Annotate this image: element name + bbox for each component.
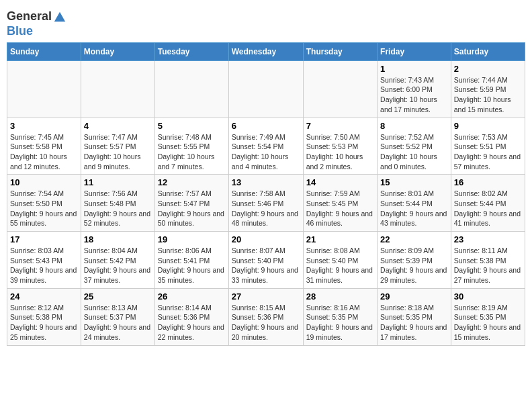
- logo-text-general: General: [7, 9, 52, 23]
- calendar-cell: 16Sunrise: 8:02 AM Sunset: 5:44 PM Dayli…: [451, 175, 525, 232]
- header-day: Thursday: [303, 42, 377, 60]
- day-number: 10: [10, 177, 78, 187]
- day-number: 16: [454, 177, 522, 187]
- header-day: Friday: [378, 42, 451, 60]
- day-info: Sunrise: 7:53 AM Sunset: 5:51 PM Dayligh…: [454, 132, 522, 172]
- day-number: 1: [380, 64, 448, 74]
- day-number: 5: [158, 121, 226, 131]
- day-info: Sunrise: 7:54 AM Sunset: 5:50 PM Dayligh…: [10, 189, 78, 228]
- day-number: 6: [232, 121, 300, 131]
- day-info: Sunrise: 8:11 AM Sunset: 5:38 PM Dayligh…: [454, 246, 522, 285]
- calendar-cell: 1Sunrise: 7:43 AM Sunset: 6:00 PM Daylig…: [378, 60, 451, 118]
- calendar-cell: 22Sunrise: 8:09 AM Sunset: 5:39 PM Dayli…: [378, 232, 451, 289]
- calendar-cell: [154, 60, 228, 118]
- day-number: 3: [10, 121, 78, 131]
- day-info: Sunrise: 8:19 AM Sunset: 5:35 PM Dayligh…: [454, 303, 522, 342]
- header-day: Sunday: [7, 42, 81, 60]
- day-info: Sunrise: 8:16 AM Sunset: 5:35 PM Dayligh…: [306, 303, 374, 342]
- calendar-cell: [228, 60, 303, 118]
- calendar-cell: 26Sunrise: 8:14 AM Sunset: 5:36 PM Dayli…: [154, 288, 228, 345]
- header-day: Wednesday: [228, 42, 303, 60]
- day-number: 28: [306, 291, 374, 302]
- logo-text-blue: Blue: [7, 24, 33, 38]
- logo: General Blue: [7, 9, 66, 38]
- day-number: 4: [84, 121, 152, 131]
- day-number: 7: [306, 121, 374, 131]
- calendar-cell: 3Sunrise: 7:45 AM Sunset: 5:58 PM Daylig…: [7, 118, 81, 175]
- day-info: Sunrise: 8:12 AM Sunset: 5:38 PM Dayligh…: [10, 303, 78, 342]
- day-info: Sunrise: 8:09 AM Sunset: 5:39 PM Dayligh…: [380, 246, 448, 285]
- day-info: Sunrise: 7:52 AM Sunset: 5:52 PM Dayligh…: [380, 132, 448, 172]
- svg-marker-0: [54, 12, 65, 22]
- calendar-table: SundayMondayTuesdayWednesdayThursdayFrid…: [7, 42, 525, 346]
- calendar-cell: 13Sunrise: 7:58 AM Sunset: 5:46 PM Dayli…: [228, 175, 303, 232]
- day-info: Sunrise: 7:48 AM Sunset: 5:55 PM Dayligh…: [158, 132, 226, 172]
- day-info: Sunrise: 8:08 AM Sunset: 5:40 PM Dayligh…: [306, 246, 374, 285]
- calendar-cell: [303, 60, 377, 118]
- header-day: Saturday: [451, 42, 525, 60]
- calendar-cell: 19Sunrise: 8:06 AM Sunset: 5:41 PM Dayli…: [154, 232, 228, 289]
- day-info: Sunrise: 7:44 AM Sunset: 5:59 PM Dayligh…: [454, 75, 522, 115]
- day-number: 14: [306, 177, 374, 187]
- logo-icon: [53, 11, 66, 24]
- calendar-cell: 23Sunrise: 8:11 AM Sunset: 5:38 PM Dayli…: [451, 232, 525, 289]
- day-info: Sunrise: 8:13 AM Sunset: 5:37 PM Dayligh…: [84, 303, 152, 342]
- calendar-cell: 25Sunrise: 8:13 AM Sunset: 5:37 PM Dayli…: [81, 288, 154, 345]
- calendar-cell: 2Sunrise: 7:44 AM Sunset: 5:59 PM Daylig…: [451, 60, 525, 118]
- day-number: 2: [454, 64, 522, 74]
- calendar-cell: [7, 60, 81, 118]
- calendar-cell: 11Sunrise: 7:56 AM Sunset: 5:48 PM Dayli…: [81, 175, 154, 232]
- calendar-cell: 10Sunrise: 7:54 AM Sunset: 5:50 PM Dayli…: [7, 175, 81, 232]
- header-day: Tuesday: [154, 42, 228, 60]
- day-info: Sunrise: 7:49 AM Sunset: 5:54 PM Dayligh…: [232, 132, 300, 172]
- calendar-cell: 18Sunrise: 8:04 AM Sunset: 5:42 PM Dayli…: [81, 232, 154, 289]
- calendar-cell: 14Sunrise: 7:59 AM Sunset: 5:45 PM Dayli…: [303, 175, 377, 232]
- day-info: Sunrise: 7:45 AM Sunset: 5:58 PM Dayligh…: [10, 132, 78, 172]
- header: General Blue: [7, 7, 525, 38]
- day-number: 20: [232, 234, 300, 244]
- day-info: Sunrise: 7:43 AM Sunset: 6:00 PM Dayligh…: [380, 75, 448, 115]
- calendar-cell: 27Sunrise: 8:15 AM Sunset: 5:36 PM Dayli…: [228, 288, 303, 345]
- day-number: 8: [380, 121, 448, 131]
- day-number: 26: [158, 291, 226, 302]
- day-number: 18: [84, 234, 152, 244]
- calendar-week-row: 10Sunrise: 7:54 AM Sunset: 5:50 PM Dayli…: [7, 175, 525, 232]
- day-number: 15: [380, 177, 448, 187]
- day-info: Sunrise: 8:01 AM Sunset: 5:44 PM Dayligh…: [380, 189, 448, 228]
- day-number: 21: [306, 234, 374, 244]
- calendar-cell: 30Sunrise: 8:19 AM Sunset: 5:35 PM Dayli…: [451, 288, 525, 345]
- day-info: Sunrise: 8:06 AM Sunset: 5:41 PM Dayligh…: [158, 246, 226, 285]
- day-number: 22: [380, 234, 448, 244]
- day-info: Sunrise: 8:07 AM Sunset: 5:40 PM Dayligh…: [232, 246, 300, 285]
- calendar-week-row: 17Sunrise: 8:03 AM Sunset: 5:43 PM Dayli…: [7, 232, 525, 289]
- calendar-cell: 28Sunrise: 8:16 AM Sunset: 5:35 PM Dayli…: [303, 288, 377, 345]
- calendar-cell: 7Sunrise: 7:50 AM Sunset: 5:53 PM Daylig…: [303, 118, 377, 175]
- calendar-week-row: 24Sunrise: 8:12 AM Sunset: 5:38 PM Dayli…: [7, 288, 525, 345]
- calendar-cell: [81, 60, 154, 118]
- day-info: Sunrise: 7:59 AM Sunset: 5:45 PM Dayligh…: [306, 189, 374, 228]
- calendar-cell: 15Sunrise: 8:01 AM Sunset: 5:44 PM Dayli…: [378, 175, 451, 232]
- calendar-cell: 29Sunrise: 8:18 AM Sunset: 5:35 PM Dayli…: [378, 288, 451, 345]
- day-number: 25: [84, 291, 152, 302]
- day-number: 9: [454, 121, 522, 131]
- day-info: Sunrise: 7:57 AM Sunset: 5:47 PM Dayligh…: [158, 189, 226, 228]
- day-info: Sunrise: 7:56 AM Sunset: 5:48 PM Dayligh…: [84, 189, 152, 228]
- calendar-week-row: 1Sunrise: 7:43 AM Sunset: 6:00 PM Daylig…: [7, 60, 525, 118]
- calendar-cell: 5Sunrise: 7:48 AM Sunset: 5:55 PM Daylig…: [154, 118, 228, 175]
- calendar-cell: 21Sunrise: 8:08 AM Sunset: 5:40 PM Dayli…: [303, 232, 377, 289]
- calendar-cell: 4Sunrise: 7:47 AM Sunset: 5:57 PM Daylig…: [81, 118, 154, 175]
- day-number: 30: [454, 291, 522, 302]
- calendar-cell: 12Sunrise: 7:57 AM Sunset: 5:47 PM Dayli…: [154, 175, 228, 232]
- day-number: 27: [232, 291, 300, 302]
- day-info: Sunrise: 8:03 AM Sunset: 5:43 PM Dayligh…: [10, 246, 78, 285]
- day-number: 17: [10, 234, 78, 244]
- day-info: Sunrise: 7:50 AM Sunset: 5:53 PM Dayligh…: [306, 132, 374, 172]
- day-info: Sunrise: 8:04 AM Sunset: 5:42 PM Dayligh…: [84, 246, 152, 285]
- calendar-cell: 9Sunrise: 7:53 AM Sunset: 5:51 PM Daylig…: [451, 118, 525, 175]
- day-info: Sunrise: 8:15 AM Sunset: 5:36 PM Dayligh…: [232, 303, 300, 342]
- day-info: Sunrise: 7:47 AM Sunset: 5:57 PM Dayligh…: [84, 132, 152, 172]
- day-info: Sunrise: 8:02 AM Sunset: 5:44 PM Dayligh…: [454, 189, 522, 228]
- calendar-cell: 8Sunrise: 7:52 AM Sunset: 5:52 PM Daylig…: [378, 118, 451, 175]
- header-row: SundayMondayTuesdayWednesdayThursdayFrid…: [7, 42, 525, 60]
- day-info: Sunrise: 8:14 AM Sunset: 5:36 PM Dayligh…: [158, 303, 226, 342]
